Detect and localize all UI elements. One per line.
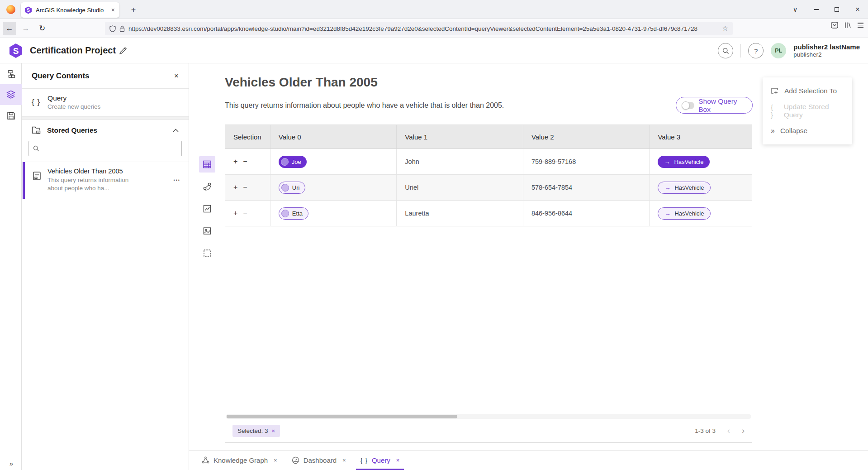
layers-icon[interactable] (0, 84, 22, 105)
menu-item-update-stored-query: { } Update Stored Query (763, 101, 852, 121)
column-header[interactable]: Value 0 (270, 125, 397, 149)
edit-pencil-icon[interactable] (119, 46, 128, 55)
link-chart-view-icon[interactable] (199, 178, 215, 195)
selection-view-icon[interactable] (199, 245, 215, 261)
braces-icon: { } (360, 457, 368, 464)
relationship-pill[interactable]: →HasVehicle (658, 182, 711, 194)
horizontal-scrollbar[interactable] (226, 414, 751, 419)
tab-knowledge-graph[interactable]: Knowledge Graph × (194, 451, 285, 470)
browser-titlebar: S ArcGIS Knowledge Studio × + ∨ × (0, 0, 868, 19)
remove-from-selection-button[interactable]: − (243, 183, 247, 192)
forward-button[interactable]: → (19, 22, 33, 35)
bottom-tab-bar: Knowledge Graph × Dashboard × { } Query … (189, 450, 868, 470)
toggle-label: Show Query Box (698, 97, 746, 114)
show-query-box-toggle[interactable]: Show Query Box (676, 97, 753, 114)
window-controls: ∨ × (785, 0, 868, 19)
folder-icon (32, 126, 41, 134)
tab-close-icon[interactable]: × (110, 6, 116, 14)
query-item-title: Query (47, 94, 100, 102)
stored-query-item[interactable]: Vehicles Older Than 2005 This query retu… (22, 162, 189, 199)
data-model-icon[interactable] (0, 63, 22, 84)
table-view-icon[interactable] (199, 156, 215, 173)
query-contents-panel: Query Contents × { } Query Create new qu… (22, 63, 189, 470)
add-selection-icon (771, 87, 778, 95)
previous-page-button[interactable]: ‹ (727, 426, 730, 436)
left-rail: » (0, 63, 22, 470)
table-row: +− Joe John 759-889-57168 →HasVehicle (225, 149, 752, 175)
url-bar[interactable]: https://dev0028833.esri.com/portal/apps/… (105, 22, 733, 35)
entity-icon (281, 210, 289, 217)
menu-icon[interactable] (858, 23, 863, 28)
query-title: Vehicles Older Than 2005 (225, 75, 378, 90)
tab-title: ArcGIS Knowledge Studio (36, 7, 107, 14)
avatar[interactable]: PL (771, 43, 786, 58)
search-icon (722, 48, 729, 54)
pocket-save-icon[interactable] (831, 22, 838, 29)
add-to-selection-button[interactable]: + (233, 158, 237, 166)
column-header[interactable]: Value 3 (650, 125, 752, 149)
stored-queries-header[interactable]: Stored Queries (22, 120, 189, 139)
stored-queries-search[interactable] (28, 141, 182, 156)
stored-query-icon (33, 171, 41, 181)
panel-title: Query Contents (32, 72, 174, 81)
help-button[interactable]: ? (748, 43, 764, 58)
bookmark-star-icon[interactable]: ☆ (722, 24, 728, 33)
column-header[interactable]: Selection (225, 125, 270, 149)
page-info: 1-3 of 3 (695, 427, 716, 434)
toggle-switch[interactable] (682, 102, 694, 109)
header-divider (740, 44, 741, 58)
url-text: https://dev0028833.esri.com/portal/apps/… (128, 25, 719, 32)
search-icon (33, 145, 39, 152)
firefox-icon[interactable] (6, 5, 15, 14)
relationship-pill[interactable]: →HasVehicle (658, 207, 711, 220)
save-icon[interactable] (0, 105, 22, 126)
panel-close-icon[interactable]: × (174, 72, 179, 81)
tab-dashboard[interactable]: Dashboard × (285, 451, 353, 470)
map-view-icon[interactable] (199, 223, 215, 239)
add-to-selection-button[interactable]: + (233, 209, 237, 217)
next-page-button[interactable]: › (742, 426, 745, 436)
minimize-button[interactable] (806, 0, 826, 19)
entity-pill[interactable]: Joe (279, 156, 307, 168)
tab-close-icon[interactable]: × (274, 457, 277, 464)
user-info[interactable]: publisher2 lastName publisher2 (793, 43, 860, 58)
reload-button[interactable]: ↻ (35, 22, 49, 35)
browser-tab[interactable]: S ArcGIS Knowledge Studio × (21, 2, 119, 18)
clear-selection-icon[interactable]: × (272, 427, 275, 434)
chart-view-icon[interactable] (199, 201, 215, 217)
remove-from-selection-button[interactable]: − (243, 209, 247, 217)
stored-query-description: This query returns information about peo… (47, 176, 138, 192)
menu-item-collapse[interactable]: » Collapse (763, 121, 852, 141)
menu-item-add-selection-to[interactable]: Add Selection To (763, 81, 852, 101)
close-button[interactable]: × (847, 0, 868, 19)
back-button[interactable]: ← (3, 22, 16, 35)
relationship-pill[interactable]: →HasVehicle (658, 156, 710, 168)
selected-count-label: Selected: 3 (237, 427, 268, 434)
scrollbar-thumb[interactable] (227, 415, 457, 418)
entity-pill[interactable]: Uri (279, 182, 306, 194)
navbar-right-icons (831, 22, 863, 29)
results-table: Selection Value 0 Value 1 Value 2 Value … (225, 125, 752, 443)
user-role: publisher2 (793, 51, 860, 58)
item-options-icon[interactable]: ••• (174, 178, 180, 182)
entity-pill[interactable]: Etta (279, 207, 308, 220)
new-tab-button[interactable]: + (128, 4, 139, 16)
search-button[interactable] (718, 43, 733, 58)
expand-rail-icon[interactable]: » (0, 460, 22, 467)
query-item[interactable]: { } Query Create new queries (22, 89, 189, 117)
tab-close-icon[interactable]: × (396, 457, 400, 464)
search-input[interactable] (43, 145, 177, 152)
remove-from-selection-button[interactable]: − (243, 158, 247, 166)
add-to-selection-button[interactable]: + (233, 183, 237, 192)
column-header[interactable]: Value 2 (523, 125, 650, 149)
library-icon[interactable] (844, 22, 851, 29)
list-tabs-icon[interactable]: ∨ (785, 0, 806, 19)
column-header[interactable]: Value 1 (397, 125, 523, 149)
selected-count-badge[interactable]: Selected: 3 × (232, 425, 280, 437)
tab-close-icon[interactable]: × (342, 457, 346, 464)
braces-icon: { } (32, 98, 40, 107)
tracking-shield-icon[interactable] (109, 25, 116, 32)
lock-icon[interactable] (119, 25, 125, 32)
maximize-button[interactable] (826, 0, 847, 19)
tab-query[interactable]: { } Query × (353, 451, 407, 470)
